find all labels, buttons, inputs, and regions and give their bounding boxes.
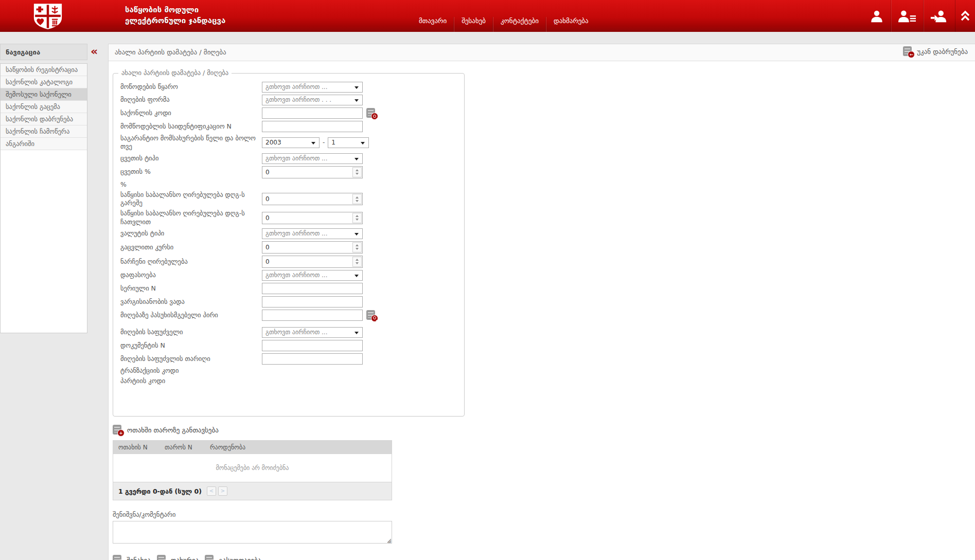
save-button-label: შენახვა (127, 556, 151, 560)
stepper-arrows-icon[interactable] (352, 167, 362, 177)
sidebar-item-warehouse-registration[interactable]: საწყობის რეგისტრაცია (1, 64, 87, 76)
app-title-line2: ელექტრონული ჯანდაცვა (125, 15, 225, 26)
app-title-line1: საწყობის მოდული (125, 5, 225, 15)
exchange-rate-stepper[interactable]: 0 (262, 241, 363, 254)
warranty-month-value: 1 (331, 139, 335, 146)
sidebar-item-incoming-goods[interactable]: შემოსული საქონელი (1, 88, 87, 101)
sidebar-item-goods-issue[interactable]: საქონლის გაცემა (1, 101, 87, 113)
supplier-id-input[interactable] (262, 121, 363, 132)
receive-form-select[interactable]: გთხოვთ აირჩიოთ . . . (262, 95, 363, 105)
user-login-arrow-icon[interactable] (923, 0, 954, 32)
table-empty-row: მონაცემები არ მოიძებნა (113, 454, 392, 482)
nav-item-about[interactable]: შესახებ (454, 17, 493, 32)
sidebar-item-report[interactable]: ანგარიში (1, 138, 87, 150)
header-icon-group (863, 0, 954, 32)
back-doc-icon: ← (903, 46, 913, 57)
currency-type-select[interactable]: გთხოვთ აირჩიოთ ... (262, 228, 363, 239)
nav-item-help[interactable]: დახმარება (546, 17, 596, 32)
depreciation-type-select[interactable]: გთხოვთ აირჩიოთ ... (262, 153, 363, 164)
field-label-transaction-code: ტრანზაქციის კოდი (120, 367, 262, 375)
field-label-exchange-rate: გაცვლითი კურსი (120, 243, 262, 251)
residual-value-value: 0 (265, 258, 270, 265)
field-label-supplier-id: მომწოდებლის საიდენტიფიკაციო N (120, 122, 262, 131)
nav-item-contacts[interactable]: კონტაქტები (493, 17, 546, 32)
field-label-initial-balance-vat: საწყისი საბალანსო ღირებულება დღგ-ს ჩათვლ… (120, 209, 262, 226)
initial-balance-vat-stepper[interactable]: 0 (262, 212, 363, 224)
goods-code-input[interactable] (262, 107, 363, 119)
packaging-value: გთხოვთ აირჩიოთ ... (265, 272, 328, 279)
receive-basis-value: გთხოვთ აირჩიოთ ... (265, 329, 328, 336)
pager-text: 1 გვერდი 0-დან (სულ 0) (118, 487, 202, 495)
stepper-arrows-icon[interactable] (352, 194, 362, 204)
warranty-month-select[interactable]: 1 (328, 137, 369, 148)
field-label-packaging: დაფასოება (120, 271, 262, 279)
form-actions: ✓ შენახვა ✗ დახურვა ✎ გასუფთავება (113, 555, 975, 560)
comment-label: შენიშვნა/კომენტარი (113, 511, 975, 518)
comment-textarea[interactable] (113, 521, 392, 544)
app-logo-shield-icon (30, 3, 66, 30)
header-collapse-chevrons-icon[interactable] (955, 0, 975, 32)
field-label-receive-basis: მიღების საფუძველი (120, 328, 262, 336)
receive-form-value: გთხოვთ აირჩიოთ . . . (265, 96, 331, 103)
responsible-person-input[interactable] (262, 310, 363, 321)
place-on-shelf-button[interactable]: + ოთახში თაროზე განთავსება (113, 425, 975, 435)
close-button[interactable]: ✗ დახურვა (157, 555, 199, 560)
sidebar-collapse-icon[interactable]: « (91, 45, 97, 58)
field-label-batch-code: პარტიის კოდი (120, 377, 262, 385)
pager-prev-button[interactable]: < (207, 486, 216, 496)
user-profile-icon[interactable] (863, 0, 891, 32)
field-label-depreciation-type: ცვეთის ტიპი (120, 154, 262, 162)
field-label-basis-date: მიღების საფუძვლის თარიღი (120, 355, 262, 363)
place-on-shelf-label: ოთახში თაროზე განთავსება (127, 426, 219, 434)
back-button-label: უკან დაბრუნება (917, 48, 968, 56)
residual-value-stepper[interactable]: 0 (262, 256, 363, 268)
serial-n-input[interactable] (262, 283, 363, 294)
goods-code-search-icon[interactable] (366, 108, 377, 118)
packaging-select[interactable]: გთხოვთ აირჩიოთ ... (262, 270, 363, 281)
form-legend: ახალი პარტიის დამატება / მიღება (118, 69, 232, 77)
initial-balance-vat-value: 0 (265, 214, 270, 222)
depreciation-type-value: გთხოვთ აირჩიოთ ... (265, 155, 328, 162)
depreciation-pct-stepper[interactable]: 0 (262, 166, 363, 178)
close-button-label: დახურვა (171, 556, 199, 560)
close-doc-icon: ✗ (157, 555, 167, 560)
expiry-date-input[interactable] (262, 296, 363, 308)
stepper-arrows-icon[interactable] (352, 257, 362, 267)
field-label-residual-value: ნარჩენი ღირებულება (120, 258, 262, 266)
stepper-arrows-icon[interactable] (352, 242, 362, 252)
app-header: საწყობის მოდული ელექტრონული ჯანდაცვა მთა… (0, 0, 975, 32)
nav-item-home[interactable]: მთავარი (412, 17, 454, 32)
initial-balance-no-vat-stepper[interactable]: 0 (262, 193, 363, 205)
pager-next-button[interactable]: > (218, 486, 227, 496)
field-label-expiry-date: ვარგისიანობის ვადა (120, 298, 262, 306)
depreciation-pct-value: 0 (265, 169, 270, 176)
top-nav: მთავარი შესახებ კონტაქტები დახმარება (412, 0, 596, 32)
back-button[interactable]: ← უკან დაბრუნება (903, 46, 968, 57)
document-n-input[interactable] (262, 340, 363, 351)
sidebar-item-goods-writeoff[interactable]: საქონლის ჩამოწერა (1, 125, 87, 138)
field-label-supply-source: მოწოდების წყარო (120, 83, 262, 91)
initial-balance-no-vat-value: 0 (265, 195, 270, 203)
supply-source-select[interactable]: გთხოვთ აირჩიოთ ... (262, 82, 363, 93)
basis-date-input[interactable] (262, 353, 363, 365)
responsible-person-search-icon[interactable] (366, 310, 377, 320)
sidebar-item-goods-catalog[interactable]: საქონლის კატალოგი (1, 76, 87, 88)
currency-type-value: გთხოვთ აირჩიოთ ... (265, 230, 328, 237)
field-label-currency-type: ვალუტის ტიპი (120, 229, 262, 238)
field-label-percent: % (120, 180, 262, 189)
sidebar: ნავიგაცია « საწყობის რეგისტრაცია საქონლი… (0, 44, 108, 333)
stepper-arrows-icon[interactable] (352, 213, 362, 223)
main-content: ახალი პარტიის დამატება / მიღება ← უკან დ… (108, 44, 975, 560)
clear-doc-icon: ✎ (205, 555, 215, 560)
field-label-goods-code: საქონლის კოდი (120, 109, 262, 117)
warranty-year-select[interactable]: 2003 (262, 137, 320, 148)
clear-button[interactable]: ✎ გასუფთავება (205, 555, 261, 560)
receive-basis-select[interactable]: გთხოვთ აირჩიოთ ... (262, 327, 363, 338)
clear-button-label: გასუფთავება (219, 556, 261, 560)
supply-source-value: გთხოვთ აირჩიოთ ... (265, 83, 328, 91)
breadcrumb: ახალი პარტიის დამატება / მიღება (109, 48, 226, 56)
save-button[interactable]: ✓ შენახვა (113, 555, 151, 560)
place-on-shelf-add-icon: + (113, 425, 123, 435)
user-list-icon[interactable] (891, 0, 923, 32)
sidebar-item-goods-return[interactable]: საქონლის დაბრუნება (1, 113, 87, 125)
